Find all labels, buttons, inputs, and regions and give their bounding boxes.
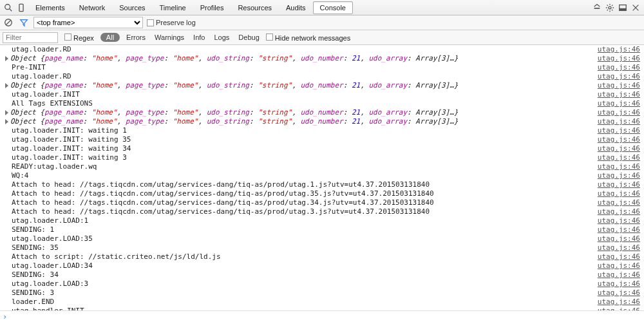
svg-line-1 xyxy=(10,8,12,11)
log-source-link[interactable]: utag.js:46 xyxy=(598,216,641,225)
log-source-link[interactable]: utag.js:46 xyxy=(598,153,641,162)
log-message: Pre-INIT xyxy=(3,63,598,72)
log-row: Attach to head: //tags.tiqcdn.com/utag/s… xyxy=(0,198,644,207)
log-source-link[interactable]: utag.js:46 xyxy=(598,171,641,180)
log-message: utag.loader.INIT: waiting 35 xyxy=(3,135,598,144)
log-row: SENDING: 3utag.js:46 xyxy=(0,289,644,298)
log-message: Attach to head: //tags.tiqcdn.com/utag/s… xyxy=(3,189,598,198)
log-row: READY:utag.loader.wqutag.js:46 xyxy=(0,162,644,171)
close-icon[interactable] xyxy=(630,2,641,14)
log-source-link[interactable]: utag.js:46 xyxy=(598,225,641,234)
tab-elements[interactable]: Elements xyxy=(28,1,72,14)
level-debug[interactable]: Debug xyxy=(238,33,259,41)
log-source-link[interactable]: utag.js:46 xyxy=(598,198,641,207)
svg-line-11 xyxy=(6,21,11,25)
level-logs[interactable]: Logs xyxy=(214,33,229,41)
log-row: utag.loader.LOAD:3utag.js:46 xyxy=(0,279,644,289)
log-row: utag.loader.INIT: waiting 1utag.js:46 xyxy=(0,126,644,135)
log-source-link[interactable]: utag.js:46 xyxy=(598,261,641,270)
level-info[interactable]: Info xyxy=(193,33,205,41)
log-source-link[interactable]: utag.js:46 xyxy=(598,298,641,307)
console-prompt[interactable]: › xyxy=(0,310,644,322)
level-all-button[interactable]: All xyxy=(100,33,120,42)
drawer-toggle-icon[interactable] xyxy=(591,2,603,14)
level-errors[interactable]: Errors xyxy=(126,33,146,41)
clear-console-icon[interactable] xyxy=(3,17,14,28)
regex-checkbox[interactable]: Regex xyxy=(64,33,94,42)
log-message: READY:utag.loader.wq xyxy=(3,162,598,171)
tab-network[interactable]: Network xyxy=(72,1,112,14)
filter-input[interactable] xyxy=(3,32,58,43)
log-source-link[interactable]: utag.js:46 xyxy=(598,243,641,252)
log-source-link[interactable]: utag.js:46 xyxy=(598,99,641,108)
log-row: utag.loader.LOAD:34utag.js:46 xyxy=(0,261,644,270)
tab-profiles[interactable]: Profiles xyxy=(193,1,231,14)
log-message: utag.loader.LOAD:1 xyxy=(3,216,598,225)
log-source-link[interactable]: utag.js:46 xyxy=(598,135,641,144)
tab-audits[interactable]: Audits xyxy=(279,1,313,14)
log-source-link[interactable]: utag.js:46 xyxy=(598,279,641,289)
log-message: Object {page_name: "home", page_type: "h… xyxy=(3,54,598,63)
log-row: Object {page_name: "home", page_type: "h… xyxy=(0,81,644,90)
log-source-link[interactable]: utag.js:46 xyxy=(598,117,641,126)
log-row: Pre-INITutag.js:46 xyxy=(0,63,644,72)
log-row: utag.loader.INIT: waiting 34utag.js:46 xyxy=(0,144,644,153)
log-message: Object {page_name: "home", page_type: "h… xyxy=(3,108,598,117)
device-icon[interactable] xyxy=(15,2,27,14)
filter-funnel-icon[interactable] xyxy=(18,17,30,28)
console-log-area[interactable]: utag.loader.RDutag.js:46Object {page_nam… xyxy=(0,45,644,310)
tab-console[interactable]: Console xyxy=(313,1,353,14)
log-message: Object {page_name: "home", page_type: "h… xyxy=(3,81,598,90)
log-message: utag.loader.INIT: waiting 1 xyxy=(3,126,598,135)
log-row: Attach to script: //static.criteo.net/js… xyxy=(0,252,644,261)
svg-rect-2 xyxy=(19,4,23,11)
console-context-bar: <top frame> Preserve log xyxy=(0,15,644,30)
log-source-link[interactable]: utag.js:46 xyxy=(598,162,641,171)
log-row: utag.loader.INITutag.js:46 xyxy=(0,90,644,99)
tab-timeline[interactable]: Timeline xyxy=(153,1,193,14)
log-source-link[interactable]: utag.js:46 xyxy=(598,144,641,153)
log-source-link[interactable]: utag.js:46 xyxy=(598,270,641,279)
log-row: SENDING: 34utag.js:46 xyxy=(0,270,644,279)
log-message: Attach to head: //tags.tiqcdn.com/utag/s… xyxy=(3,198,598,207)
log-source-link[interactable]: utag.js:46 xyxy=(598,90,641,99)
execution-context-select[interactable]: <top frame> xyxy=(33,17,143,28)
log-source-link[interactable]: utag.js:46 xyxy=(598,289,641,298)
log-message: utag.loader.LOAD:35 xyxy=(3,234,598,243)
log-row: loader.ENDutag.js:46 xyxy=(0,298,644,307)
log-source-link[interactable]: utag.js:46 xyxy=(598,72,641,81)
log-message: All Tags EXTENSIONS xyxy=(3,99,598,108)
log-source-link[interactable]: utag.js:46 xyxy=(598,81,641,90)
level-warnings[interactable]: Warnings xyxy=(155,33,184,41)
hide-network-checkbox[interactable]: Hide network messages xyxy=(266,33,350,42)
log-source-link[interactable]: utag.js:46 xyxy=(598,45,641,54)
log-source-link[interactable]: utag.js:46 xyxy=(598,108,641,117)
log-source-link[interactable]: utag.js:46 xyxy=(598,180,641,189)
search-icon[interactable] xyxy=(3,2,14,14)
log-row: utag.loader.RDutag.js:46 xyxy=(0,72,644,81)
log-message: Attach to script: //static.criteo.net/js… xyxy=(3,252,598,261)
preserve-log-checkbox[interactable]: Preserve log xyxy=(147,19,196,26)
tab-sources[interactable]: Sources xyxy=(112,1,152,14)
log-source-link[interactable]: utag.js:46 xyxy=(598,252,641,261)
log-message: utag.loader.RD xyxy=(3,45,598,54)
svg-point-5 xyxy=(609,6,611,9)
log-message: utag.loader.INIT: waiting 34 xyxy=(3,144,598,153)
log-source-link[interactable]: utag.js:46 xyxy=(598,126,641,135)
dock-icon[interactable] xyxy=(617,2,629,14)
log-source-link[interactable]: utag.js:46 xyxy=(598,63,641,72)
tab-resources[interactable]: Resources xyxy=(231,1,279,14)
log-source-link[interactable]: utag.js:46 xyxy=(598,234,641,243)
log-source-link[interactable]: utag.js:46 xyxy=(598,307,641,310)
log-row: Object {page_name: "home", page_type: "h… xyxy=(0,54,644,63)
devtools-tabbar: ElementsNetworkSourcesTimelineProfilesRe… xyxy=(0,0,644,15)
log-message: SENDING: 3 xyxy=(3,289,598,298)
settings-gear-icon[interactable] xyxy=(604,2,616,14)
log-message: utag.loader.LOAD:34 xyxy=(3,261,598,270)
log-message: utag.loader.LOAD:3 xyxy=(3,279,598,289)
log-message: SENDING: 35 xyxy=(3,243,598,252)
log-source-link[interactable]: utag.js:46 xyxy=(598,207,641,216)
log-row: utag.loader.LOAD:1utag.js:46 xyxy=(0,216,644,225)
log-source-link[interactable]: utag.js:46 xyxy=(598,54,641,63)
log-source-link[interactable]: utag.js:46 xyxy=(598,189,641,198)
